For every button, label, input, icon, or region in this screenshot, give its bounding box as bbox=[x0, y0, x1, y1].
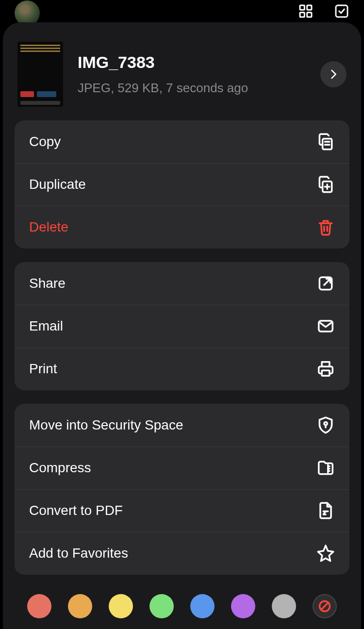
print-row[interactable]: Print bbox=[15, 348, 349, 390]
action-group-2: Share Email Print bbox=[15, 262, 349, 390]
row-label: Email bbox=[29, 318, 63, 334]
copy-row[interactable]: Copy bbox=[15, 120, 349, 163]
row-label: Duplicate bbox=[29, 177, 86, 192]
file-subtitle: JPEG, 529 KB, 7 seconds ago bbox=[78, 81, 306, 96]
details-button[interactable] bbox=[320, 61, 347, 87]
file-header: IMG_7383 JPEG, 529 KB, 7 seconds ago bbox=[15, 42, 349, 120]
row-label: Delete bbox=[29, 219, 68, 235]
tag-color-red[interactable] bbox=[27, 594, 51, 618]
convert-pdf-row[interactable]: Convert to PDF bbox=[15, 489, 349, 532]
star-icon bbox=[316, 544, 335, 563]
favorites-row[interactable]: Add to Favorites bbox=[15, 532, 349, 575]
svg-rect-4 bbox=[336, 5, 347, 17]
print-icon bbox=[316, 360, 335, 378]
row-label: Print bbox=[29, 361, 57, 377]
tag-color-orange[interactable] bbox=[68, 594, 92, 618]
compress-icon bbox=[316, 459, 335, 477]
delete-row[interactable]: Delete bbox=[15, 206, 349, 248]
tag-color-gray[interactable] bbox=[272, 594, 296, 618]
row-label: Copy bbox=[29, 134, 61, 149]
action-group-1: Copy Duplicate Delete bbox=[15, 120, 349, 248]
select-icon[interactable] bbox=[334, 3, 349, 19]
email-row[interactable]: Email bbox=[15, 305, 349, 348]
svg-rect-0 bbox=[300, 5, 304, 10]
email-icon bbox=[316, 317, 335, 335]
tag-colors bbox=[15, 588, 349, 618]
duplicate-icon bbox=[316, 175, 335, 194]
svg-rect-3 bbox=[307, 13, 312, 17]
share-icon bbox=[316, 274, 335, 293]
tag-color-blue[interactable] bbox=[190, 594, 215, 618]
svg-rect-9 bbox=[322, 370, 330, 376]
file-thumbnail[interactable] bbox=[17, 42, 63, 107]
row-label: Share bbox=[29, 276, 66, 291]
row-label: Convert to PDF bbox=[29, 503, 123, 518]
row-label: Add to Favorites bbox=[29, 546, 128, 561]
svg-rect-2 bbox=[300, 13, 304, 17]
copy-icon bbox=[316, 132, 335, 151]
tag-color-yellow[interactable] bbox=[109, 594, 133, 618]
security-space-row[interactable]: Move into Security Space bbox=[15, 404, 349, 447]
tag-color-green[interactable] bbox=[149, 594, 174, 618]
convert-pdf-icon bbox=[316, 501, 335, 520]
file-title: IMG_7383 bbox=[78, 53, 306, 72]
trash-icon bbox=[316, 218, 335, 236]
share-row[interactable]: Share bbox=[15, 262, 349, 305]
svg-rect-1 bbox=[307, 5, 312, 10]
row-label: Compress bbox=[29, 460, 91, 476]
grid-view-icon[interactable] bbox=[298, 3, 314, 19]
shield-lock-icon bbox=[316, 416, 335, 434]
duplicate-row[interactable]: Duplicate bbox=[15, 163, 349, 206]
row-label: Move into Security Space bbox=[29, 417, 183, 433]
compress-row[interactable]: Compress bbox=[15, 447, 349, 489]
action-sheet: IMG_7383 JPEG, 529 KB, 7 seconds ago Cop… bbox=[3, 22, 361, 629]
tag-color-none[interactable] bbox=[313, 594, 337, 618]
tag-color-purple[interactable] bbox=[231, 594, 255, 618]
action-group-3: Move into Security Space Compress Conver… bbox=[15, 404, 349, 575]
